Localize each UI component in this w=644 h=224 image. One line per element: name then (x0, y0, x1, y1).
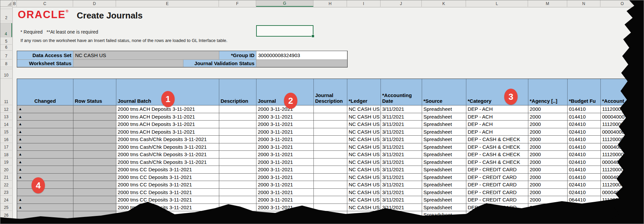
row-header-13[interactable]: 13 (0, 113, 12, 121)
cell-I22[interactable]: NC CASH US (347, 181, 381, 189)
column-header-M[interactable]: M (528, 0, 567, 7)
cell-E19[interactable]: 2000 tms Cash/Chk Deposits 3-11-2021 (116, 159, 219, 166)
cell-N24[interactable]: 064410 (568, 196, 601, 204)
cell-C24[interactable]: ▲ (17, 196, 73, 204)
row-header-20[interactable]: 20 (0, 166, 12, 173)
cell-M17[interactable]: 2000 (528, 143, 568, 151)
cell-I12[interactable]: NC CASH US (347, 105, 381, 113)
cell-J19[interactable]: 3/11/2021 (381, 159, 422, 166)
row-header-7[interactable]: 7 (0, 51, 12, 59)
row-header-14[interactable]: 14 (0, 120, 12, 128)
cell-K22[interactable]: Spreadsheet (422, 181, 466, 189)
cell-M22[interactable]: 2000 (528, 181, 568, 189)
cell-F23[interactable] (219, 189, 256, 196)
cell-N19[interactable]: 024410 (568, 159, 601, 166)
cell-H22[interactable] (314, 181, 347, 189)
cell-H25[interactable] (314, 204, 347, 212)
cell-F15[interactable] (219, 128, 256, 136)
cell-H14[interactable] (314, 121, 347, 128)
cell-L15[interactable]: DEP - ACH (466, 128, 528, 136)
cell-M23[interactable]: 2000 (528, 189, 568, 196)
cell-D24[interactable] (73, 196, 116, 204)
cell-C19[interactable]: ▲ (17, 159, 73, 166)
cell-L26[interactable] (466, 211, 528, 219)
cell-L20[interactable]: DEP - CREDIT CARD (466, 166, 528, 174)
cell-I19[interactable]: NC CASH US (347, 159, 381, 166)
cell-G12[interactable]: 2000 3-11-2021 (256, 105, 314, 113)
cell-C12[interactable]: ▲ (17, 105, 73, 113)
cell-I17[interactable]: NC CASH US (347, 143, 381, 151)
group-id-value[interactable]: 300000008324903 (256, 51, 347, 60)
cell-C21[interactable]: ▲ (17, 174, 73, 181)
cell-O16[interactable]: 11120000 (601, 136, 644, 143)
cell-J26[interactable] (381, 211, 422, 219)
cell-G21[interactable]: 2000 3-11-2021 (256, 174, 314, 181)
cell-O21[interactable]: 00004000 (601, 174, 644, 181)
cell-M26[interactable] (528, 211, 568, 219)
data-access-set-value[interactable]: NC CASH US (73, 51, 219, 60)
cell-O13[interactable]: 00004000 (601, 113, 644, 121)
cell-F20[interactable] (219, 166, 256, 174)
cell-H16[interactable] (314, 136, 347, 143)
cell-K17[interactable]: Spreadsheet (422, 143, 466, 151)
cell-M12[interactable]: 2000 (528, 105, 568, 113)
row-header-23[interactable]: 23 (0, 188, 12, 196)
cell-N26[interactable] (568, 211, 601, 219)
cell-M24[interactable]: 2000 (528, 196, 568, 204)
cell-G13[interactable]: 2000 3-11-2021 (256, 113, 314, 121)
cell-K18[interactable]: Spreadsheet (422, 151, 466, 159)
cell-H12[interactable] (314, 105, 347, 113)
column-header-F[interactable]: F (219, 0, 256, 7)
row-header-22[interactable]: 22 (0, 181, 12, 188)
cell-H24[interactable] (314, 196, 347, 204)
cell-D22[interactable] (73, 181, 116, 189)
cell-C20[interactable]: ▲ (17, 166, 73, 174)
cell-K16[interactable]: Spreadsheet (422, 136, 466, 143)
selected-cell[interactable] (256, 25, 313, 37)
cell-C26[interactable] (17, 211, 73, 219)
cell-K24[interactable]: Spreadsheet (422, 196, 466, 204)
cell-G23[interactable]: 2000 3-11-2021 (256, 189, 314, 196)
cell-H20[interactable] (314, 166, 347, 174)
cell-J22[interactable]: 3/11/2021 (381, 181, 422, 189)
cell-L12[interactable]: DEP - ACH (466, 105, 528, 113)
cell-N13[interactable]: 014410 (568, 113, 601, 121)
cell-C15[interactable]: ▲ (17, 128, 73, 136)
cell-J15[interactable]: 3/11/2021 (381, 128, 422, 136)
column-header-E[interactable]: E (116, 0, 219, 7)
cell-K20[interactable]: Spreadsheet (422, 166, 466, 174)
row-header-17[interactable]: 17 (0, 143, 12, 151)
table-header-journal-description[interactable]: Journal Description (314, 79, 347, 105)
cell-C18[interactable]: ▲ (17, 151, 73, 159)
cell-N18[interactable]: 024410 (568, 151, 601, 159)
cell-M20[interactable]: 2000 (528, 166, 568, 174)
cell-N21[interactable]: 014410 (568, 174, 601, 181)
cell-H17[interactable] (314, 143, 347, 151)
table-header-budget-fu[interactable]: *Budget Fu (568, 79, 601, 105)
cell-C16[interactable]: ▲ (17, 136, 73, 143)
cell-K14[interactable]: Spreadsheet (422, 121, 466, 128)
row-header-4[interactable]: 4 (0, 23, 12, 37)
column-header-C[interactable]: C (17, 0, 73, 7)
cell-D18[interactable] (73, 151, 116, 159)
cell-I16[interactable]: NC CASH US (347, 136, 381, 143)
cell-M16[interactable]: 2000 (528, 136, 568, 143)
cell-K15[interactable]: Spreadsheet (422, 128, 466, 136)
cell-K21[interactable]: Spreadsheet (422, 174, 466, 181)
cell-E26[interactable] (116, 211, 219, 219)
cell-C22[interactable] (17, 181, 73, 189)
cell-D19[interactable] (73, 159, 116, 166)
cell-D17[interactable] (73, 143, 116, 151)
table-header-changed[interactable]: Changed (17, 79, 73, 105)
cell-O12[interactable]: 11120000 (601, 105, 644, 113)
cell-H18[interactable] (314, 151, 347, 159)
cell-H13[interactable] (314, 113, 347, 121)
row-header-6[interactable]: 6 (0, 45, 12, 51)
cell-G26[interactable] (256, 211, 314, 219)
cell-N16[interactable]: 014410 (568, 136, 601, 143)
column-header-H[interactable]: H (313, 0, 347, 7)
cell-D14[interactable] (73, 121, 116, 128)
cell-F14[interactable] (219, 121, 256, 128)
row-header-25[interactable]: 25 (0, 204, 12, 211)
cell-C23[interactable] (17, 189, 73, 196)
